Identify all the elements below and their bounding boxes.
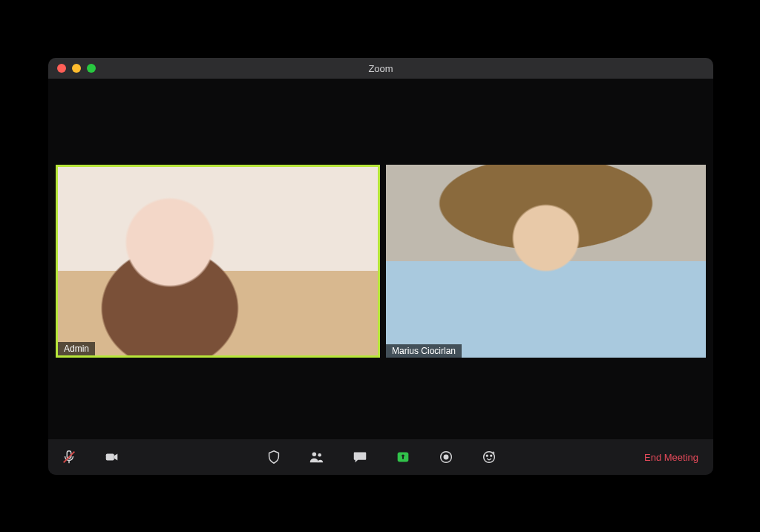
end-meeting-button[interactable]: End Meeting	[640, 449, 703, 466]
titlebar: Zoom	[48, 58, 713, 79]
chat-button[interactable]	[350, 447, 370, 467]
svg-point-10	[490, 455, 491, 456]
participant-name-label: Marius Ciocirlan	[386, 344, 462, 358]
microphone-muted-icon	[61, 449, 77, 465]
share-screen-button[interactable]	[393, 447, 413, 467]
participant-tile[interactable]: Admin	[56, 165, 380, 358]
svg-point-3	[312, 453, 316, 457]
window-controls	[48, 64, 96, 73]
record-icon	[438, 449, 454, 465]
participant-tile[interactable]: Marius Ciocirlan	[386, 165, 706, 358]
window-title: Zoom	[48, 63, 713, 74]
participant-name-label: Admin	[58, 342, 95, 355]
participants-icon	[309, 449, 325, 465]
participant-video	[386, 165, 706, 358]
fullscreen-window-button[interactable]	[87, 64, 96, 73]
meeting-area: Admin Marius Ciocirlan	[48, 79, 713, 439]
svg-rect-2	[106, 453, 114, 460]
reactions-icon	[481, 449, 497, 465]
app-window: Zoom Admin Marius Ciocirlan	[48, 58, 713, 475]
participants-button[interactable]	[307, 447, 327, 467]
chat-icon	[352, 449, 368, 465]
share-screen-icon	[395, 449, 411, 465]
minimize-window-button[interactable]	[72, 64, 81, 73]
participant-video	[58, 167, 378, 355]
toolbar-center	[263, 447, 499, 467]
svg-point-4	[318, 453, 321, 457]
svg-point-7	[444, 455, 448, 459]
record-button[interactable]	[436, 447, 456, 467]
close-window-button[interactable]	[57, 64, 66, 73]
svg-point-9	[486, 455, 488, 456]
video-icon	[104, 449, 120, 465]
reactions-button[interactable]	[479, 447, 499, 467]
meeting-toolbar: End Meeting	[48, 439, 713, 475]
security-button[interactable]	[263, 447, 284, 467]
shield-icon	[266, 449, 282, 465]
mute-button[interactable]	[59, 447, 79, 467]
video-button[interactable]	[102, 447, 122, 467]
video-gallery: Admin Marius Ciocirlan	[56, 165, 706, 358]
